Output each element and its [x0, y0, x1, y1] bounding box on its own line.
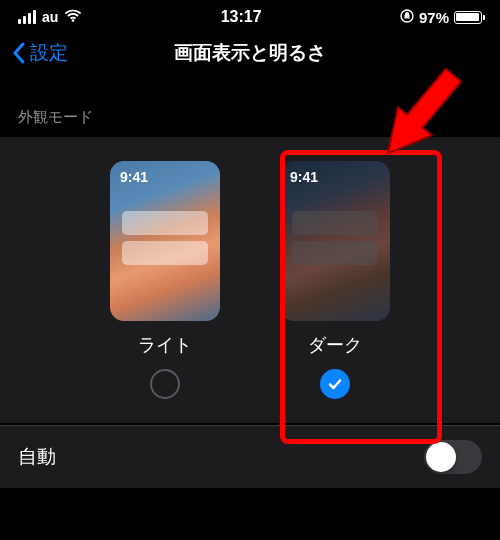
- nav-bar: 設定 画面表示と明るさ: [0, 30, 500, 80]
- status-bar: au 13:17 97%: [0, 0, 500, 30]
- light-preview-thumb: 9:41: [110, 161, 220, 321]
- appearance-option-light[interactable]: 9:41 ライト: [110, 161, 220, 399]
- auto-label: 自動: [18, 444, 56, 470]
- wifi-icon: [64, 9, 82, 26]
- back-button[interactable]: 設定: [12, 40, 68, 66]
- status-time: 13:17: [221, 8, 262, 26]
- battery-icon: [454, 11, 482, 24]
- page-title: 画面表示と明るさ: [174, 40, 326, 66]
- signal-icon: [18, 10, 36, 24]
- appearance-section-header: 外観モード: [0, 80, 500, 137]
- dark-preview-thumb: 9:41: [280, 161, 390, 321]
- back-label: 設定: [30, 40, 68, 66]
- preview-time: 9:41: [290, 169, 318, 185]
- rotation-lock-icon: [400, 9, 414, 26]
- light-radio[interactable]: [150, 369, 180, 399]
- carrier-label: au: [42, 9, 58, 25]
- light-label: ライト: [138, 333, 192, 357]
- battery-percent: 97%: [419, 9, 449, 26]
- auto-row: 自動: [0, 425, 500, 488]
- preview-time: 9:41: [120, 169, 148, 185]
- dark-radio[interactable]: [320, 369, 350, 399]
- appearance-panel: 9:41 ライト 9:41 ダーク: [0, 137, 500, 423]
- appearance-option-dark[interactable]: 9:41 ダーク: [280, 161, 390, 399]
- dark-label: ダーク: [308, 333, 362, 357]
- auto-toggle[interactable]: [424, 440, 482, 474]
